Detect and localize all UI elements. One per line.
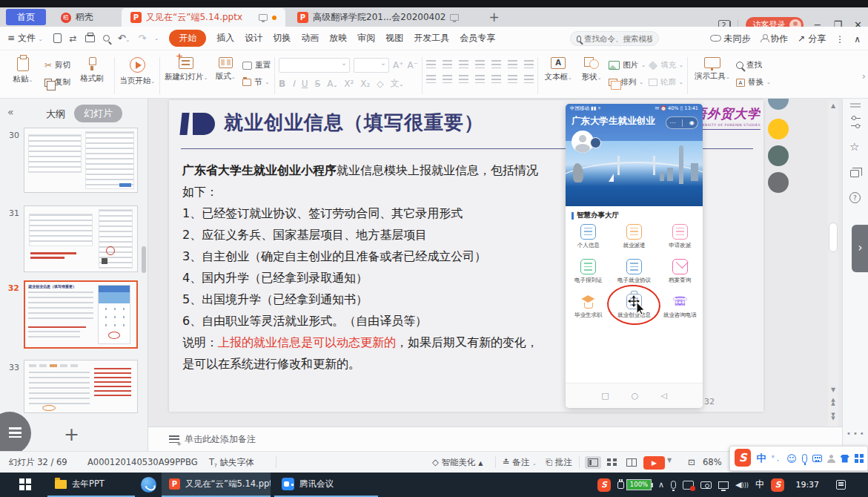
switch-icon[interactable]: ⇄ [70,33,77,44]
superscript-button[interactable]: X² [344,79,354,89]
columns-icon[interactable] [524,60,534,68]
ribbon-tab-transition[interactable]: 切换 [273,32,291,45]
soft-keyboard-icon[interactable] [812,455,822,462]
tab-other-document[interactable]: P 高级翻译学院201...会20200402 [288,8,468,27]
scroll-up-icon[interactable]: ▲ [828,102,838,109]
more-menu-icon[interactable]: ⋮ [835,34,844,45]
command-search-box[interactable] [570,31,659,46]
bullet-list-icon[interactable] [426,60,436,68]
layout-button[interactable]: 版式⌄ [211,53,239,98]
align-right-icon[interactable] [459,75,468,83]
numbered-list-icon[interactable] [443,60,452,68]
ime-indicator[interactable]: 中 [755,478,765,491]
format-painter-button[interactable]: 格式刷 [73,53,110,98]
section-button[interactable]: 节⌄ [242,77,271,88]
hidden-icons-chevron[interactable]: ∧ [658,480,664,490]
sogou-tray-icon[interactable]: S [597,478,611,492]
taskbar-item-folder[interactable]: 去年PPT [47,473,135,497]
strikethrough-button[interactable]: S [315,79,321,89]
previous-slide-icon[interactable]: ▲▲ [828,398,838,406]
outline-button[interactable]: 轮廓⌄ [649,77,683,88]
help-icon[interactable]: ? [849,192,861,203]
taskbar-item-tencent-meeting[interactable]: 腾讯会议 [274,473,378,497]
italic-button[interactable]: I [292,79,295,89]
ribbon-tab-slideshow[interactable]: 放映 [329,32,347,45]
present-tools-button[interactable]: 演示工具⌄ [692,53,733,98]
theme-color-dot-gray[interactable] [768,172,789,193]
underline-button[interactable]: U [302,79,308,89]
slide-thumbnail-31[interactable] [24,205,138,272]
undo-icon[interactable]: ↶⌄ [118,33,130,44]
arrange-button[interactable]: 排列⌄ [609,77,646,88]
phone-screenshot-image[interactable]: 中国移动 ▮▮ ᯤ ✉ ⏰ 40% ▯ 13:41 广东大学生就业创业 ⋯◉ [566,104,703,408]
screen-record-icon[interactable] [683,481,694,490]
text-direction-icon[interactable] [491,60,501,68]
ribbon-tab-devtools[interactable]: 开发工具 [414,32,449,45]
voice-input-icon[interactable] [802,454,808,463]
picture-button[interactable]: 图片⌄ [609,60,646,70]
ribbon-tab-view[interactable]: 视图 [385,32,403,45]
slide-body-textbox[interactable]: 广东省大学生就业创业小程序就业信息模块上报就业信息，包括情况 如下： 1、已经签… [182,159,575,375]
justify-icon[interactable] [475,75,485,83]
effects-star-icon[interactable]: ☆ [849,140,859,154]
toolbox-icon[interactable] [855,454,863,463]
share-button[interactable]: ↗ 分享 [798,33,826,45]
new-tab-button[interactable]: + [488,10,499,27]
expand-panel-button[interactable]: › [852,225,868,272]
missing-font-warning[interactable]: T? 缺失字体 [209,457,254,469]
decrease-font-icon[interactable]: A⁻ [408,60,419,70]
ime-mode-chinese[interactable]: 中 [756,452,766,465]
scrollbar-thumb[interactable] [829,223,838,252]
taskbar-item-wps[interactable]: P 又见在“云”端5.14.ppt... [162,473,271,497]
scroll-down-icon[interactable]: ▼ [828,386,838,393]
volume-icon[interactable]: ◀))) [735,480,749,490]
decrease-indent-icon[interactable] [459,60,468,68]
slideshow-play-button[interactable]: ▶ [643,456,665,470]
font-family-select[interactable] [279,58,350,73]
save-icon[interactable] [53,33,62,43]
notes-button[interactable]: ≛ 备注 ⌄ [503,457,537,468]
file-menu[interactable]: ≡ 文件 ⌄ [7,32,43,45]
ribbon-tab-design[interactable]: 设计 [245,32,262,45]
tab-outline[interactable]: 大纲 [46,108,65,121]
ribbon-expand-chevron[interactable]: › [862,70,866,82]
vertical-scrollbar[interactable]: ▲ ▼ ▲▲ ▼▼ [828,100,838,451]
tab-docer[interactable]: 稻 稻壳 [52,8,102,27]
copy-button[interactable]: 复制 [44,77,70,88]
fit-slide-icon[interactable]: ⊡ [688,457,695,467]
play-options-caret[interactable]: ▼ [667,457,672,464]
duplicate-icon[interactable] [850,170,859,177]
slide-thumbnail-33[interactable] [24,360,138,413]
home-tab[interactable]: 首页 [6,9,46,25]
align-top-icon[interactable] [508,75,517,83]
collapse-ribbon-icon[interactable]: ∧ [854,34,861,45]
ribbon-tab-animation[interactable]: 动画 [301,32,319,45]
new-slide-button[interactable]: 新建幻灯片⌄ [164,53,208,98]
find-button[interactable]: 查找 [736,60,771,70]
fill-button[interactable]: 填充⌄ [649,60,683,70]
theme-color-dot-yellow[interactable] [768,119,789,139]
comments-button[interactable]: ⎗ 批注 [546,457,572,468]
sogou-tray-icon[interactable]: S [771,478,784,492]
emoji-icon[interactable]: ☺ [786,453,797,464]
smart-beautify-button[interactable]: ◇ 智能美化 ▲ [432,457,483,468]
slide-canvas[interactable]: 就业创业信息（填写很重要） 广东省大学生就业创业小程序就业信息模块上报就业信息，… [169,100,763,412]
slide-thumbnail-32-selected[interactable]: 就业创业信息（填写很重要） [24,280,138,349]
font-size-select[interactable] [354,58,389,73]
account-icon[interactable] [827,455,835,463]
collapse-panel-button[interactable]: « [7,106,14,118]
object-properties-icon[interactable] [851,118,861,126]
more-options-dots[interactable]: ••• [847,429,867,438]
subscript-button[interactable]: X₂ [360,79,370,89]
bold-button[interactable]: B [279,79,285,89]
skin-icon[interactable] [841,455,849,463]
align-center-icon[interactable] [443,75,452,83]
ribbon-tab-review[interactable]: 审阅 [357,32,375,45]
add-slide-button[interactable]: + [64,424,79,445]
reset-button[interactable]: 重置 [242,60,271,70]
ribbon-tab-member[interactable]: 会员专享 [460,32,495,45]
tab-current-document[interactable]: P 又见在“云”端5.14.pptx [122,8,285,27]
microphone-tray-icon[interactable] [671,481,676,489]
cut-button[interactable]: ✂剪切 [44,60,70,70]
play-from-page-button[interactable]: 当页开始⌄ [119,53,156,98]
